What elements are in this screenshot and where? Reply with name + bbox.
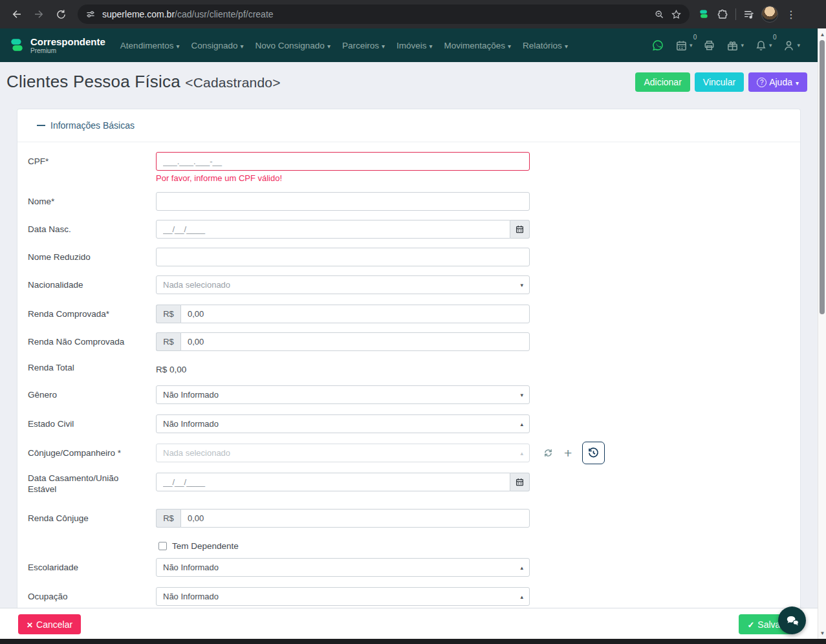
ocupacao-value: Não Informado xyxy=(163,592,219,601)
renda-nao-comprovada-input[interactable] xyxy=(180,332,530,351)
data-casamento-input[interactable] xyxy=(156,473,510,491)
history-button[interactable] xyxy=(582,442,605,464)
genero-select[interactable]: Não Informado xyxy=(156,385,530,404)
page-scrollbar[interactable] xyxy=(818,28,826,639)
calendar-caret-icon xyxy=(690,42,693,48)
genero-caret-icon xyxy=(520,392,523,398)
estado-civil-label: Estado Civil xyxy=(28,418,148,429)
form-card: Informações Básicas CPF* Por favor, info… xyxy=(17,109,801,608)
superleme-logo-icon xyxy=(9,38,25,53)
bell-caret-icon xyxy=(769,42,772,48)
superleme-extension-icon[interactable] xyxy=(697,8,710,21)
forward-icon[interactable] xyxy=(28,4,49,25)
data-casamento-calendar-icon[interactable] xyxy=(510,473,530,491)
tem-dependente-row: Tem Dependente xyxy=(28,538,790,552)
nacionalidade-select[interactable]: Nada selecionado xyxy=(156,275,530,294)
scrollbar-down-icon[interactable] xyxy=(818,628,826,638)
profile-avatar[interactable] xyxy=(761,6,778,23)
back-icon[interactable] xyxy=(6,4,27,25)
chat-widget-button[interactable] xyxy=(778,606,806,634)
chrome-menu-icon[interactable] xyxy=(785,8,798,21)
adicionar-button[interactable]: Adicionar xyxy=(635,72,690,92)
reload-icon[interactable] xyxy=(50,4,71,25)
menu-consignado[interactable]: Consignado xyxy=(185,36,249,56)
url-path: /cad/usr/cliente/pf/create xyxy=(175,9,274,19)
menu-atendimentos[interactable]: Atendimentos xyxy=(114,36,186,56)
data-nasc-input[interactable] xyxy=(156,220,510,239)
estado-civil-select[interactable]: Não Informado xyxy=(156,414,530,433)
page-title-suffix: <Cadastrando> xyxy=(185,75,280,90)
menu-imoveis[interactable]: Imóveis xyxy=(391,36,439,56)
scrollbar-up-icon[interactable] xyxy=(818,30,826,39)
site-settings-icon[interactable] xyxy=(85,9,96,19)
renda-conjuge-row: Renda Cônjuge R$ xyxy=(28,509,790,528)
page-title: Clientes Pessoa Física <Cadastrando> xyxy=(6,72,281,92)
zoom-icon[interactable] xyxy=(654,9,664,19)
menu-relatorios[interactable]: Relatórios xyxy=(517,36,574,56)
app-navbar: Correspondente Premium Atendimentos Cons… xyxy=(0,28,826,62)
ocupacao-select[interactable]: Não Informado xyxy=(156,587,530,606)
ocupacao-caret-icon xyxy=(520,594,523,600)
nacionalidade-value: Nada selecionado xyxy=(163,280,230,290)
menu-movimentacoes[interactable]: Movimentações xyxy=(439,36,517,56)
conjuge-select[interactable]: Nada selecionado xyxy=(156,444,530,462)
header-actions: Adicionar Vincular Ajuda xyxy=(635,72,807,92)
gift-icon[interactable] xyxy=(726,39,744,52)
refresh-icon[interactable] xyxy=(543,447,554,458)
cpf-input[interactable] xyxy=(156,152,530,171)
brand-logo[interactable]: Correspondente Premium xyxy=(9,37,105,54)
url-text: superleme.com.br/cad/usr/cliente/pf/crea… xyxy=(102,9,274,19)
ocupacao-row: Ocupação Não Informado xyxy=(28,587,790,606)
escolaridade-select[interactable]: Não Informado xyxy=(156,558,530,577)
renda-nao-comprovada-prefix: R$ xyxy=(156,332,180,351)
cancelar-label: Cancelar xyxy=(36,619,72,630)
add-conjuge-icon[interactable] xyxy=(564,447,572,460)
ajuda-caret-icon xyxy=(792,77,799,87)
calendar-icon[interactable]: 0 xyxy=(675,39,693,52)
section-header[interactable]: Informações Básicas xyxy=(17,109,800,142)
printer-icon[interactable] xyxy=(703,39,715,52)
section-title: Informações Básicas xyxy=(50,120,135,131)
url-bar[interactable]: superleme.com.br/cad/usr/cliente/pf/crea… xyxy=(78,5,690,24)
nacionalidade-row: Nacionalidade Nada selecionado xyxy=(28,275,790,294)
vincular-button[interactable]: Vincular xyxy=(695,72,744,92)
nome-reduzido-input[interactable] xyxy=(156,248,530,266)
user-caret-icon xyxy=(797,42,800,48)
tem-dependente-checkbox[interactable] xyxy=(158,542,167,550)
data-nasc-calendar-icon[interactable] xyxy=(510,220,530,239)
ocupacao-label: Ocupação xyxy=(28,591,148,602)
nome-input[interactable] xyxy=(156,192,530,211)
nome-reduzido-label: Nome Reduzido xyxy=(28,252,148,263)
cpf-label: CPF* xyxy=(28,156,148,167)
bookmark-star-icon[interactable] xyxy=(671,9,682,20)
genero-label: Gênero xyxy=(28,389,148,400)
brand-text: Correspondente Premium xyxy=(30,37,105,54)
media-controls-icon[interactable] xyxy=(743,8,755,21)
extensions-puzzle-icon[interactable] xyxy=(717,8,729,21)
data-casamento-label: Data Casamento/União Estável xyxy=(28,473,148,495)
data-casamento-row: Data Casamento/União Estável xyxy=(28,473,790,491)
brand-subtitle: Premium xyxy=(30,47,105,54)
calendar-badge: 0 xyxy=(693,34,697,41)
renda-conjuge-input[interactable] xyxy=(180,509,530,528)
help-question-icon xyxy=(757,78,766,87)
nacionalidade-caret-icon xyxy=(520,282,523,288)
cpf-error: Por favor, informe um CPF válido! xyxy=(156,173,282,183)
ajuda-button[interactable]: Ajuda xyxy=(748,72,807,92)
escolaridade-row: Escolaridade Não Informado xyxy=(28,558,790,577)
cancelar-button[interactable]: Cancelar xyxy=(18,614,81,634)
data-nasc-label: Data Nasc. xyxy=(28,224,148,235)
user-icon[interactable] xyxy=(783,39,800,52)
form-body: CPF* Por favor, informe um CPF válido! N… xyxy=(28,142,790,608)
renda-comprovada-input[interactable] xyxy=(180,305,530,323)
estado-civil-caret-icon xyxy=(520,421,523,427)
whatsapp-icon[interactable] xyxy=(651,39,664,52)
bell-icon[interactable]: 0 xyxy=(755,39,772,52)
renda-total-label: Renda Total xyxy=(28,362,148,373)
main-menu: Atendimentos Consignado Novo Consignado … xyxy=(114,36,574,56)
browser-toolbar: superleme.com.br/cad/usr/cliente/pf/crea… xyxy=(0,0,826,28)
scrollbar-thumb[interactable] xyxy=(820,40,825,314)
renda-comprovada-prefix: R$ xyxy=(156,305,180,323)
menu-parceiros[interactable]: Parceiros xyxy=(336,36,391,56)
menu-novo-consignado[interactable]: Novo Consignado xyxy=(250,36,336,56)
